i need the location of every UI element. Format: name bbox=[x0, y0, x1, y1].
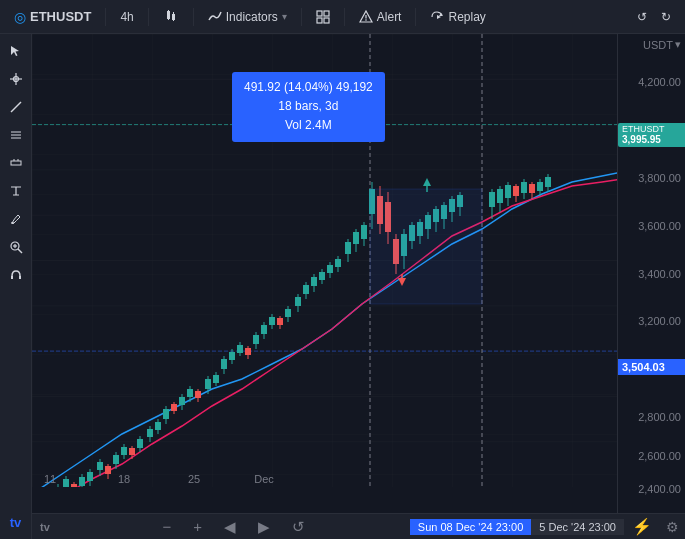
text-tool[interactable] bbox=[3, 178, 29, 204]
svg-rect-81 bbox=[205, 379, 211, 389]
svg-rect-75 bbox=[179, 397, 185, 405]
svg-rect-7 bbox=[324, 18, 329, 23]
chart-area[interactable]: 491.92 (14.04%) 49,192 18 bars, 3d Vol 2… bbox=[32, 34, 617, 513]
price-axis: USDT ▾ 4,200.00 4,000.00 3,800.00 3,600.… bbox=[617, 34, 685, 513]
svg-marker-10 bbox=[439, 13, 443, 16]
chart-type-button[interactable] bbox=[157, 6, 185, 28]
sep2 bbox=[148, 8, 149, 26]
price-3200: 3,200.00 bbox=[617, 315, 685, 327]
measure-tool[interactable] bbox=[3, 150, 29, 176]
selected-price-label: 3,504.03 bbox=[618, 359, 685, 375]
svg-rect-63 bbox=[129, 448, 135, 455]
current-price-value: 3,995.95 bbox=[622, 134, 681, 145]
svg-line-24 bbox=[18, 249, 22, 253]
current-date-label: Sun 08 Dec '24 23:00 bbox=[410, 519, 531, 535]
svg-point-22 bbox=[11, 222, 14, 224]
currency-label: USDT ▾ bbox=[643, 38, 681, 51]
svg-rect-47 bbox=[63, 479, 69, 487]
svg-rect-146 bbox=[370, 189, 482, 304]
svg-rect-79 bbox=[195, 391, 201, 398]
svg-rect-69 bbox=[155, 422, 161, 430]
ticker-label: ETHUSDT bbox=[30, 9, 91, 24]
redo-button[interactable]: ↻ bbox=[655, 7, 677, 27]
svg-rect-5 bbox=[324, 11, 329, 16]
svg-rect-109 bbox=[319, 272, 325, 280]
price-chart bbox=[32, 34, 617, 487]
svg-rect-107 bbox=[311, 277, 317, 286]
xaxis-label-25: 25 bbox=[188, 473, 200, 485]
xaxis-label-dec: Dec bbox=[254, 473, 274, 485]
crosshair-tool[interactable] bbox=[3, 66, 29, 92]
svg-rect-71 bbox=[163, 409, 169, 419]
svg-rect-49 bbox=[71, 484, 77, 487]
zoom-out-button[interactable]: − bbox=[157, 516, 178, 537]
sep1 bbox=[105, 8, 106, 26]
undo-icon: ↺ bbox=[637, 10, 647, 24]
svg-rect-6 bbox=[317, 18, 322, 23]
svg-point-9 bbox=[365, 19, 367, 21]
replay-icon bbox=[430, 10, 444, 24]
scroll-right-button[interactable]: ▶ bbox=[252, 516, 276, 538]
svg-rect-61 bbox=[121, 447, 127, 455]
svg-rect-152 bbox=[505, 185, 511, 198]
svg-rect-55 bbox=[97, 462, 103, 470]
svg-rect-115 bbox=[345, 242, 351, 254]
fib-tool[interactable] bbox=[3, 122, 29, 148]
svg-rect-59 bbox=[113, 455, 119, 464]
undo-redo-group: ↺ ↻ bbox=[631, 7, 677, 27]
sep3 bbox=[193, 8, 194, 26]
xaxis-label-11: 11 bbox=[44, 473, 56, 485]
current-price-label: ETHUSDT 3,995.95 bbox=[618, 123, 685, 147]
tv-logo: tv bbox=[32, 521, 58, 533]
cursor-tool[interactable] bbox=[3, 38, 29, 64]
replay-button[interactable]: Replay bbox=[424, 7, 491, 27]
svg-rect-99 bbox=[277, 318, 283, 325]
xaxis-label-18: 18 bbox=[118, 473, 130, 485]
settings-icon[interactable]: ⚙ bbox=[660, 519, 685, 535]
svg-rect-117 bbox=[353, 232, 359, 244]
reset-button[interactable]: ↺ bbox=[286, 516, 311, 538]
scroll-left-button[interactable]: ◀ bbox=[218, 516, 242, 538]
layout-icon bbox=[316, 10, 330, 24]
alert-button[interactable]: Alert bbox=[353, 7, 408, 27]
layout-button[interactable] bbox=[310, 7, 336, 27]
svg-rect-85 bbox=[221, 359, 227, 369]
price-4200: 4,200.00 bbox=[617, 76, 685, 88]
price-3600: 3,600.00 bbox=[617, 220, 685, 232]
lightning-icon[interactable]: ⚡ bbox=[624, 517, 660, 536]
price-3400: 3,400.00 bbox=[617, 268, 685, 280]
svg-rect-158 bbox=[529, 184, 535, 193]
svg-rect-91 bbox=[245, 348, 251, 355]
svg-rect-87 bbox=[229, 352, 235, 360]
sep6 bbox=[415, 8, 416, 26]
sep4 bbox=[301, 8, 302, 26]
timeframe-button[interactable]: 4h bbox=[114, 7, 139, 27]
redo-icon: ↻ bbox=[661, 10, 671, 24]
svg-rect-73 bbox=[171, 404, 177, 411]
svg-rect-57 bbox=[105, 466, 111, 474]
ticker-button[interactable]: ◎ ETHUSDT bbox=[8, 6, 97, 28]
undo-button[interactable]: ↺ bbox=[631, 7, 653, 27]
indicators-button[interactable]: Indicators ▾ bbox=[202, 7, 293, 27]
price-3800: 3,800.00 bbox=[617, 172, 685, 184]
svg-rect-77 bbox=[187, 389, 193, 397]
price-2400: 2,400.00 bbox=[617, 483, 685, 495]
svg-rect-83 bbox=[213, 375, 219, 383]
drawing-toolbar: tv bbox=[0, 34, 32, 539]
timeframe-label: 4h bbox=[120, 10, 133, 24]
zoom-in-button[interactable]: + bbox=[187, 516, 208, 537]
svg-rect-19 bbox=[11, 161, 21, 165]
candlestick-icon bbox=[163, 9, 179, 25]
toolbar: ◎ ETHUSDT 4h Indicators ▾ bbox=[0, 0, 685, 34]
ethusdt-tag: ETHUSDT bbox=[622, 125, 681, 134]
bottom-bar: tv − + ◀ ▶ ↺ Sun 08 Dec '24 23:00 5 Dec … bbox=[32, 513, 685, 539]
svg-rect-97 bbox=[269, 317, 275, 325]
svg-rect-148 bbox=[489, 192, 495, 207]
line-tool[interactable] bbox=[3, 94, 29, 120]
magnet-tool[interactable] bbox=[3, 262, 29, 288]
svg-rect-103 bbox=[295, 297, 301, 306]
hover-date-label: 5 Dec '24 23:00 bbox=[531, 519, 624, 535]
brush-tool[interactable] bbox=[3, 206, 29, 232]
zoom-tool[interactable] bbox=[3, 234, 29, 260]
main-area: tv bbox=[0, 34, 685, 539]
